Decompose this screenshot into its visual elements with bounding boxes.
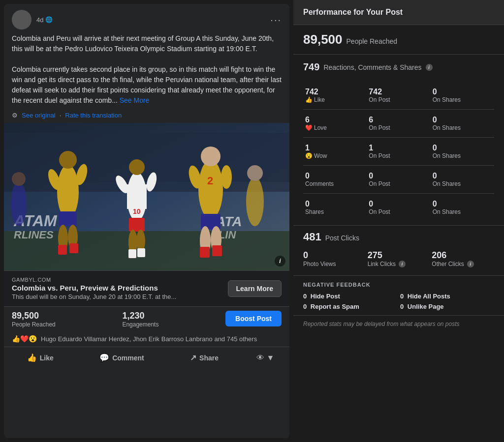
like-on-shares-label: On Shares [433, 96, 492, 103]
like-on-post-val: 742 [369, 88, 428, 96]
comments-on-post-val: 0 [369, 172, 428, 180]
hide-all-posts-item: 0 Hide All Posts [400, 293, 494, 300]
reaction-icons: 👍 ❤️ 😮 [12, 335, 37, 343]
post-time-text: 4d [36, 16, 43, 24]
reaction-names: Hugo Eduardo Villamar Herdez, Jhon Erik … [41, 335, 257, 343]
svg-point-9 [59, 151, 77, 169]
post-image: ATAM RLINES ATA RLIN [4, 123, 289, 270]
love-metric-row: 6 ❤️ Love 6 On Post 0 On Shares [303, 113, 494, 134]
people-reached: 89,500 People Reached [303, 32, 494, 47]
action-buttons: 👍 Like 💬 Comment ↗ Share 👁 ▼ [4, 347, 289, 368]
post-header: 4d 🌐 ··· [4, 4, 289, 33]
view-insights-button[interactable]: 👁 ▼ [256, 349, 274, 366]
boost-post-button[interactable]: Boost Post [225, 311, 282, 326]
learn-more-button[interactable]: Learn More [228, 280, 282, 297]
svg-point-18 [129, 159, 145, 175]
like-name: 👍 Like [305, 96, 365, 103]
more-options-button[interactable]: ··· [270, 14, 282, 26]
see-original-link[interactable]: See original [22, 112, 56, 119]
reactions-header-on-shares [431, 79, 494, 85]
performance-header: Performance for Your Post [293, 0, 504, 25]
svg-rect-3 [4, 133, 289, 182]
svg-point-8 [57, 165, 79, 219]
comments-metric-row: 0 Comments 0 On Post 0 On Shares [303, 169, 494, 190]
shares-metric-row: 0 Shares 0 On Post 0 On Shares [303, 197, 494, 218]
hide-all-posts-val: 0 [400, 293, 404, 300]
share-button[interactable]: ↗ Share [182, 349, 226, 366]
comment-button[interactable]: 💬 Comment [92, 349, 152, 366]
post-text-p2: Colombia currently takes second place in… [12, 64, 282, 106]
divider-3 [303, 165, 494, 166]
players-svg: ATAM RLINES ATA RLIN [4, 123, 289, 270]
hide-post-label: Hide Post [311, 293, 340, 300]
svg-rect-35 [200, 247, 210, 258]
svg-point-38 [247, 165, 263, 181]
post-meta: 4d 🌐 [36, 16, 53, 24]
eye-icon: 👁 [256, 354, 264, 362]
like-on-shares-cell: 0 On Shares [431, 85, 494, 106]
love-emoji: ❤️ [305, 124, 313, 131]
post-header-left: 4d 🌐 [12, 10, 53, 29]
reported-note: Reported stats may be delayed from what … [293, 316, 504, 332]
people-reached-label: People Reached [12, 321, 56, 328]
comments-on-shares-val: 0 [433, 172, 492, 180]
people-reached-big-number: 89,500 [303, 32, 343, 47]
rate-translation-link[interactable]: Rate this translation [65, 112, 122, 119]
wow-on-shares-cell: 0 On Shares [431, 141, 494, 162]
love-total-cell: 6 ❤️ Love [303, 113, 367, 134]
svg-rect-16 [69, 243, 78, 253]
see-more-link[interactable]: See More [120, 96, 150, 104]
engagements-label: Engagements [122, 321, 158, 328]
wow-on-shares-val: 0 [433, 144, 492, 152]
reactions-grid [303, 79, 494, 85]
people-reached-metric-label: People Reached [346, 37, 398, 45]
reactions-header-total [303, 79, 367, 85]
like-on-shares-val: 0 [433, 88, 492, 96]
wow-reaction-icon: 😮 [29, 335, 37, 343]
divider-2 [303, 137, 494, 138]
post-clicks-label: Post Clicks [325, 234, 359, 242]
info-icon[interactable]: i [275, 256, 285, 266]
unlike-page-item: 0 Unlike Page [400, 303, 494, 310]
like-total-cell: 742 👍 Like [303, 85, 367, 106]
engagements-stat: 1,230 Engagements [122, 311, 158, 328]
reactions-header-on-post [367, 79, 430, 85]
post-clicks-total: 481 [303, 231, 321, 243]
comment-label: Comment [112, 354, 144, 362]
link-clicks-val: 275 [368, 250, 430, 261]
love-on-post-cell: 6 On Post [367, 113, 430, 134]
wow-name: 😮 Wow [305, 152, 365, 159]
unlike-val: 0 [400, 303, 404, 310]
report-spam-item: 0 Report as Spam [303, 303, 397, 310]
post-panel: 4d 🌐 ··· Colombia and Peru will arrive a… [4, 4, 289, 438]
share-icon: ↗ [190, 353, 196, 362]
shares-on-shares-cell: 0 On Shares [431, 197, 494, 218]
performance-title: Performance for Your Post [303, 8, 494, 17]
photo-views-val: 0 [303, 250, 366, 261]
share-label: Share [199, 354, 219, 362]
wow-metric-row: 1 😮 Wow 1 On Post 0 On Shares [303, 141, 494, 162]
comments-on-shares-label: On Shares [433, 180, 492, 187]
wow-on-shares-label: On Shares [433, 152, 492, 159]
love-on-shares-val: 0 [433, 116, 492, 124]
svg-rect-36 [212, 245, 222, 256]
reactions-number: 749 [303, 61, 319, 73]
post-clicks-section: 481 Post Clicks 0 Photo Views 275 Link C… [293, 226, 504, 276]
svg-text:2: 2 [207, 175, 213, 187]
post-text: Colombia and Peru will arrive at their n… [4, 33, 289, 110]
negative-feedback-title: NEGATIVE FEEDBACK [303, 282, 494, 288]
other-clicks-val: 206 [432, 250, 494, 261]
svg-rect-26 [137, 248, 145, 257]
player-scene: ATAM RLINES ATA RLIN [4, 123, 289, 270]
love-on-post-val: 6 [369, 116, 428, 124]
hide-post-item: 0 Hide Post [303, 293, 397, 300]
link-clicks-info-icon[interactable]: i [399, 261, 406, 267]
like-on-post-label: On Post [369, 96, 428, 103]
like-button[interactable]: 👍 Like [19, 349, 62, 366]
reactions-info-icon[interactable]: i [426, 64, 433, 71]
chevron-icon: ▼ [266, 354, 274, 362]
avatar [12, 10, 32, 29]
shares-on-shares-label: On Shares [433, 208, 492, 215]
reactions-section: 749 Reactions, Comments & Shares i 742 👍… [293, 55, 504, 226]
other-clicks-info-icon[interactable]: i [467, 261, 474, 267]
